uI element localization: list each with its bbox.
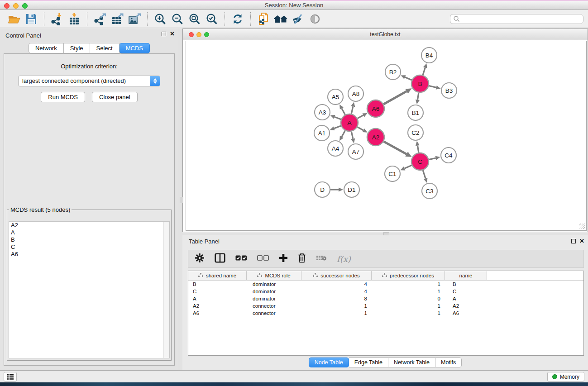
tab-network[interactable]: Network	[29, 43, 64, 53]
mcds-result-item[interactable]: C	[9, 243, 169, 251]
column-settings-gear-icon[interactable]	[195, 253, 205, 265]
float-table-panel-icon[interactable]	[571, 239, 576, 243]
table-cell[interactable]: 4	[301, 288, 372, 295]
zoom-selected-icon[interactable]	[203, 12, 220, 26]
table-cell[interactable]: B	[188, 281, 247, 288]
table-cell[interactable]: connector	[247, 302, 301, 310]
browser-home-icon[interactable]	[272, 12, 289, 26]
tab-style[interactable]: Style	[64, 43, 90, 53]
table-cell[interactable]: 1	[372, 288, 445, 295]
graph-edge-A-A2[interactable]	[358, 127, 363, 130]
close-panel-icon[interactable]: ✕	[170, 32, 175, 36]
graph-edge-B-B4[interactable]	[423, 68, 425, 75]
table-cell[interactable]: 1	[372, 302, 445, 310]
zoom-in-icon[interactable]	[152, 12, 169, 26]
table-cell[interactable]: 1	[372, 310, 445, 317]
hide-node-labels-icon[interactable]	[289, 12, 306, 26]
graph-edge-C-C1[interactable]	[405, 165, 412, 168]
table-row[interactable]: A2connector11A2	[188, 302, 583, 310]
deselect-all-checkboxes-icon[interactable]	[257, 255, 269, 263]
column-header-MCDS-role[interactable]: MCDS role	[247, 271, 301, 280]
graph-edge-C-C4[interactable]	[429, 158, 436, 159]
add-column-icon[interactable]	[279, 253, 288, 264]
graph-edge-A-A5[interactable]	[342, 108, 345, 114]
table-cell[interactable]: dominator	[247, 295, 301, 302]
graph-edge-A-A4[interactable]	[342, 131, 345, 137]
table-cell[interactable]: A6	[445, 310, 487, 317]
criterion-select[interactable]: largest connected component (directed)	[18, 76, 160, 86]
vertical-scroll-thumb[interactable]	[180, 197, 183, 203]
column-header-name[interactable]: name	[445, 271, 487, 280]
table-cell[interactable]: A	[188, 295, 247, 302]
memory-button[interactable]: Memory	[547, 372, 584, 381]
table-cell[interactable]: C	[188, 288, 247, 295]
graph-edge-C-C3[interactable]	[423, 170, 425, 178]
table-cell[interactable]: A	[445, 295, 487, 302]
table-cell[interactable]: A2	[445, 302, 487, 310]
export-network-icon[interactable]	[91, 12, 109, 26]
table-cell[interactable]: A6	[188, 310, 247, 317]
tab-mcds[interactable]: MCDS	[120, 43, 150, 53]
table-cell[interactable]: 1	[372, 281, 445, 288]
clone-network-icon[interactable]	[255, 12, 272, 26]
table-tab-node-table[interactable]: Node Table	[309, 357, 349, 367]
table-cell[interactable]: connector	[247, 310, 301, 317]
column-header-predecessor-nodes[interactable]: predecessor nodes	[372, 271, 445, 280]
save-session-icon[interactable]	[23, 12, 40, 26]
import-network-icon[interactable]	[48, 12, 66, 26]
network-close-button[interactable]	[189, 32, 194, 37]
horizontal-scroll-thumb[interactable]	[383, 232, 389, 235]
close-panel-button[interactable]: Close panel	[92, 92, 138, 102]
float-panel-icon[interactable]	[162, 32, 166, 36]
run-mcds-button[interactable]: Run MCDS	[41, 92, 85, 102]
table-cell[interactable]: dominator	[247, 281, 301, 288]
minimize-window-button[interactable]	[13, 3, 19, 9]
table-cell[interactable]: 4	[301, 281, 372, 288]
network-minimize-button[interactable]	[196, 32, 201, 37]
function-builder-icon[interactable]: f(x)	[337, 254, 351, 264]
table-row[interactable]: Adominator80A	[188, 295, 583, 302]
delete-table-disabled-icon[interactable]	[316, 254, 327, 263]
network-window-titlebar[interactable]: testGlobe.txt	[183, 29, 588, 40]
zoom-fit-icon[interactable]	[186, 12, 203, 26]
close-table-panel-icon[interactable]: ✕	[579, 239, 584, 243]
table-tab-network-table[interactable]: Network Table	[388, 357, 435, 367]
graph-edge-B-B3[interactable]	[429, 86, 436, 88]
show-graphics-details-icon[interactable]	[306, 12, 324, 26]
tab-select[interactable]: Select	[90, 43, 120, 53]
refresh-view-icon[interactable]	[229, 12, 246, 26]
open-file-icon[interactable]	[5, 12, 23, 26]
network-canvas[interactable]: B4B2BB3A8A5A6A3B1AA1C2A2A4A7C4CC1C3DD1	[186, 41, 587, 231]
table-row[interactable]: Cdominator41C	[188, 288, 583, 295]
mcds-result-item[interactable]: B	[9, 236, 169, 243]
table-cell[interactable]: 1	[301, 302, 372, 310]
graph-edge-C-C2[interactable]	[417, 146, 418, 153]
graph-edge-A6-B[interactable]	[383, 91, 406, 105]
mcds-result-item[interactable]: A6	[9, 251, 169, 258]
export-table-icon[interactable]	[109, 12, 126, 26]
import-table-icon[interactable]	[66, 12, 83, 26]
graph-edge-A-A8[interactable]	[351, 106, 353, 114]
table-cell[interactable]: 8	[301, 295, 372, 302]
resize-grip[interactable]	[579, 224, 585, 229]
column-header-successor-nodes[interactable]: successor nodes	[301, 271, 372, 280]
graph-edge-B-B1[interactable]	[417, 93, 418, 100]
graph-edge-A-A3[interactable]	[335, 117, 341, 119]
table-cell[interactable]: dominator	[247, 288, 301, 295]
table-cell[interactable]: 0	[372, 295, 445, 302]
graph-edge-A-A6[interactable]	[358, 115, 363, 119]
table-row[interactable]: A6connector11A6	[188, 310, 583, 317]
zoom-out-icon[interactable]	[169, 12, 186, 26]
graph-edge-A-A1[interactable]	[334, 126, 341, 129]
mcds-result-list[interactable]: A2ABCA6	[9, 221, 170, 358]
graph-edge-A-A7[interactable]	[351, 132, 353, 139]
table-cell[interactable]: B	[445, 281, 487, 288]
column-header-shared-name[interactable]: shared name	[188, 271, 247, 280]
table-cell[interactable]: C	[445, 288, 487, 295]
search-input[interactable]	[460, 16, 583, 22]
graph-edge-A2-C[interactable]	[384, 142, 407, 154]
table-row[interactable]: Bdominator41B	[188, 281, 583, 288]
network-graph[interactable]: B4B2BB3A8A5A6A3B1AA1C2A2A4A7C4CC1C3DD1	[186, 41, 587, 232]
toolbar-search-field[interactable]	[450, 14, 583, 24]
zoom-window-button[interactable]	[22, 3, 28, 9]
